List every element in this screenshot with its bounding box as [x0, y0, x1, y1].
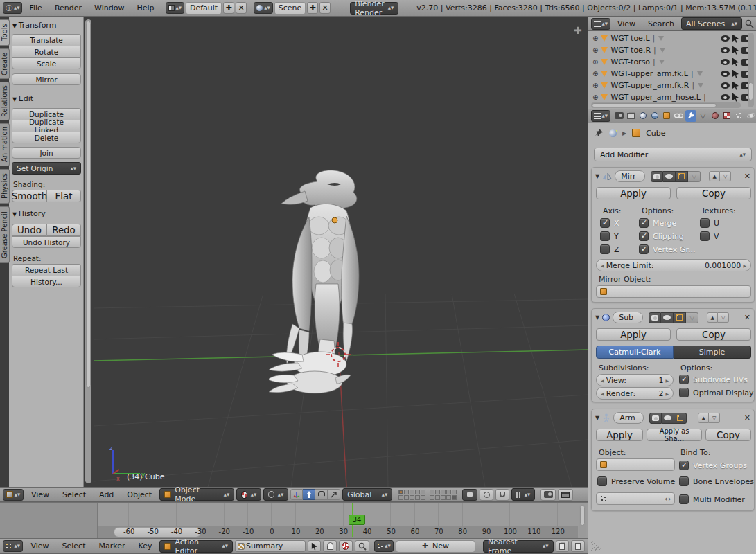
outliner-row[interactable]: ⊕ WGT-upper_arm_hose.L|	[592, 91, 750, 103]
multi-modifier-checkbox[interactable]	[679, 494, 689, 504]
visibility-eye-icon[interactable]	[721, 94, 730, 100]
undo-history-button[interactable]: Undo History	[12, 236, 81, 248]
ds-marker-menu[interactable]: Marker	[93, 542, 130, 551]
selectability-icon[interactable]	[732, 93, 739, 102]
add-menu[interactable]: Add	[94, 490, 119, 499]
visibility-eye-icon[interactable]	[721, 47, 730, 53]
paste-keyframes-button[interactable]	[571, 540, 585, 552]
subsurf-apply-button[interactable]: Apply	[596, 328, 671, 341]
tab-texture[interactable]	[721, 110, 732, 122]
manipulator-axes-icon[interactable]	[290, 489, 303, 500]
expand-icon[interactable]: ⊕	[592, 71, 598, 78]
select-menu[interactable]: Select	[57, 490, 91, 499]
move-modifier-up-button[interactable]: ▲	[698, 413, 709, 423]
armature-copy-button[interactable]: Copy	[705, 429, 751, 441]
editor-type-3dview-button[interactable]: ▲▼	[3, 489, 24, 501]
outliner-vscroll[interactable]	[748, 33, 754, 107]
outliner-row[interactable]: ⊕ WGT-torso|	[592, 56, 750, 68]
shelf-tab-create[interactable]: Create	[0, 48, 10, 79]
edit-mode-toggle[interactable]	[676, 171, 688, 182]
outliner-view-menu[interactable]: View	[612, 19, 641, 28]
edit-mode-toggle[interactable]	[674, 312, 686, 323]
layers-grid-right[interactable]	[430, 490, 457, 500]
menu-file[interactable]: File	[24, 3, 47, 12]
outliner-row[interactable]: ⊕ WGT-toe.R|	[592, 44, 750, 56]
expand-icon[interactable]: ⊕	[592, 82, 598, 89]
collapse-arrow-icon[interactable]: ▼	[595, 415, 599, 421]
dopesheet-main-region[interactable]: -60-50-40-30-20-100102030405060708090100…	[0, 502, 588, 538]
translate-button[interactable]: Translate	[12, 34, 81, 46]
panel-header-edit[interactable]: Edit	[12, 94, 33, 103]
slider-right-arrow-icon[interactable]: ▶	[743, 263, 746, 268]
close-scene-button[interactable]: ✕	[319, 2, 331, 14]
visibility-eye-icon[interactable]	[721, 82, 730, 89]
3d-cursor[interactable]	[324, 341, 352, 368]
shelf-tab-tools[interactable]: Tools	[0, 19, 10, 46]
tab-render-layers[interactable]	[625, 110, 636, 122]
dopesheet-mode-select[interactable]: Action Editor▲▼	[159, 540, 233, 553]
edit-mode-toggle[interactable]	[674, 413, 687, 424]
show-errors-button[interactable]	[339, 540, 353, 552]
shelf-tab-animation[interactable]: Animation	[0, 123, 10, 166]
snap-mode-select[interactable]: Nearest Frame▲▼	[483, 540, 554, 553]
render-engine-select[interactable]: Blender Render▲▼	[350, 2, 398, 15]
viewport-visibility-toggle[interactable]	[663, 171, 676, 182]
invert-vgroup-icon[interactable]: ↔	[665, 495, 671, 503]
subsurf-copy-button[interactable]: Copy	[676, 328, 751, 341]
axis-z-checkbox[interactable]	[600, 244, 610, 254]
screen-layout-field[interactable]: Default	[186, 2, 222, 15]
menu-render[interactable]: Render	[49, 3, 87, 12]
scene-name-field[interactable]: Scene	[274, 2, 306, 15]
preserve-volume-checkbox[interactable]	[597, 476, 607, 486]
delete-modifier-button[interactable]: ✕	[744, 413, 750, 422]
shelf-tab-physics[interactable]: Physics	[0, 169, 10, 204]
snap-element-select[interactable]: ▲▼	[511, 488, 535, 501]
outliner-search-menu[interactable]: Search	[642, 19, 680, 28]
scene-icon-button[interactable]: ▲▼	[254, 2, 272, 14]
repeat-last-button[interactable]: Repeat Last	[12, 264, 81, 276]
mirror-button[interactable]: Mirror	[12, 73, 81, 85]
action-datablock-icon-button[interactable]: ▲▼	[374, 540, 393, 552]
snap-toggle-button[interactable]	[495, 489, 509, 501]
outliner-row[interactable]: ⊕ WGT-upper_arm.fk.R|	[592, 80, 750, 91]
manipulator-scale-button[interactable]	[328, 489, 340, 500]
tab-scene[interactable]	[638, 110, 649, 122]
add-scene-button[interactable]: ✚	[307, 2, 318, 14]
selectability-icon[interactable]	[732, 35, 739, 43]
tab-object-data[interactable]: ▽	[697, 110, 708, 122]
history-menu-button[interactable]: History...	[12, 276, 81, 287]
delete-modifier-button[interactable]: ✕	[744, 172, 750, 181]
vertex-groups-checkbox[interactable]	[639, 244, 649, 254]
viewport-shading-select[interactable]: ▲▼	[236, 488, 261, 501]
clipping-checkbox[interactable]	[639, 231, 649, 241]
render-toggle[interactable]	[649, 413, 662, 424]
render-toggle[interactable]	[649, 312, 661, 323]
outliner-row[interactable]: ⊕ WGT-upper_arm.fk.L|	[592, 68, 750, 80]
tab-material[interactable]	[710, 110, 721, 122]
visibility-eye-icon[interactable]	[721, 71, 730, 77]
simple-button[interactable]: Simple	[674, 346, 751, 359]
visibility-eye-icon[interactable]	[721, 59, 730, 65]
add-layout-button[interactable]: ✚	[223, 2, 234, 14]
ds-key-menu[interactable]: Key	[133, 542, 158, 551]
pin-icon[interactable]	[594, 128, 604, 138]
cage-toggle[interactable]: ▽	[688, 171, 701, 182]
collapse-arrow-icon[interactable]: ▼	[595, 314, 599, 321]
tab-world[interactable]	[649, 110, 660, 122]
cage-toggle[interactable]: ▽	[686, 312, 698, 323]
only-selected-button[interactable]	[308, 540, 322, 552]
view-subdivisions-stepper[interactable]: ◀View: 1▶	[596, 374, 674, 386]
join-button[interactable]: Join	[12, 147, 81, 159]
outliner-hscroll[interactable]	[591, 102, 741, 108]
move-modifier-down-button[interactable]: ▽	[709, 413, 720, 423]
outliner-filter-icon[interactable]	[745, 19, 754, 28]
timeline-vscroll[interactable]	[579, 504, 586, 537]
tab-constraints[interactable]	[674, 110, 685, 122]
redo-button[interactable]: Redo	[47, 224, 81, 236]
ds-view-menu[interactable]: View	[25, 542, 54, 551]
tab-object[interactable]	[661, 110, 672, 122]
lock-to-scene-button[interactable]	[462, 489, 477, 501]
selectability-icon[interactable]	[732, 58, 739, 66]
mirror-copy-button[interactable]: Copy	[676, 187, 751, 199]
slider-left-arrow-icon[interactable]: ◀	[601, 263, 604, 268]
